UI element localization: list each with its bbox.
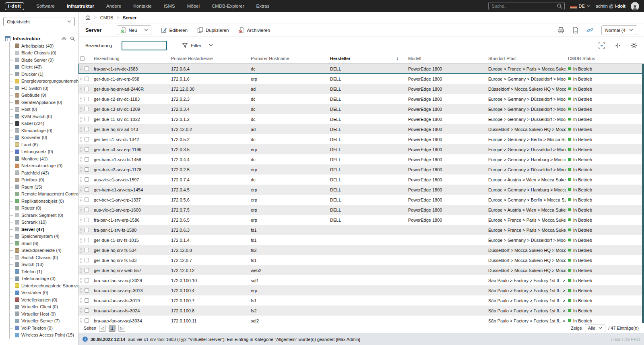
row-checkbox[interactable] xyxy=(85,288,89,293)
column-header-standort-pfad[interactable]: Standort-Pfad xyxy=(487,56,566,61)
fullscreen-icon[interactable] xyxy=(599,42,605,49)
row-checkbox[interactable] xyxy=(85,87,89,91)
sort-descending-icon[interactable]: ↓ xyxy=(396,56,405,61)
csv-export-icon[interactable]: csv xyxy=(572,27,578,33)
table-row[interactable]: bra-sao-fac-srv-fs-3024172.0.100.8fs2São… xyxy=(78,306,644,316)
column-header-prim-re-hostadresse[interactable]: Primäre Hostadresse xyxy=(169,56,249,61)
column-header-cmdb-status[interactable]: CMDB-Status xyxy=(566,56,644,61)
breadcrumb-cmdb[interactable]: CMDB xyxy=(100,15,113,20)
table-row[interactable]: ger-ham-c1-srv-dc-1458172.0.4.4dcDELLPow… xyxy=(78,154,644,164)
table-row[interactable]: bra-sao-fac-srv-sql-3034172.0.100.11sql2… xyxy=(78,316,644,323)
new-button[interactable]: Neu xyxy=(117,26,140,35)
tree-root[interactable]: Infrastruktur xyxy=(3,36,75,41)
sidebar-item-remote-management-controlle[interactable]: Remote Management Controlle... xyxy=(10,191,75,198)
sidebar-item-client-43[interactable]: Client (43) xyxy=(10,64,75,71)
sidebar-item-virtueller-host-0[interactable]: Virtueller Host (0) xyxy=(10,310,75,318)
search-icon[interactable] xyxy=(557,3,562,9)
settings-gear-icon[interactable] xyxy=(631,42,637,49)
menu-item-kontakte[interactable]: Kontakte xyxy=(133,4,151,8)
sidebar-item-schrank-10[interactable]: Schrank (10) xyxy=(10,219,75,226)
drag-handle[interactable] xyxy=(80,258,83,263)
sidebar-item-host-0[interactable]: Host (0) xyxy=(10,106,75,113)
sidebar-item-land-6[interactable]: Land (6) xyxy=(10,141,75,148)
table-row[interactable]: ger-due-c2-srv-erp-1178172.0.2.5erpDELLP… xyxy=(78,164,644,175)
sidebar-item-energieversorgungsunternehm[interactable]: Energieversorgungsunternehm... xyxy=(10,78,75,85)
sidebar-item-replikationsobjekt-0[interactable]: Replikationsobjekt (0) xyxy=(10,197,75,205)
row-checkbox[interactable] xyxy=(85,107,89,111)
language-selector[interactable]: DE xyxy=(570,4,590,8)
drag-handle[interactable] xyxy=(80,147,83,152)
drag-handle[interactable] xyxy=(80,197,83,202)
search-input[interactable] xyxy=(488,2,565,10)
sidebar-item-monitore-41[interactable]: Monitore (41) xyxy=(10,155,75,162)
table-row[interactable]: ger-ham-c1-srv-erp-1454172.0.4.5erpDELLP… xyxy=(78,185,644,195)
table-row[interactable]: ger-due-hq-srv-fs-533172.12.0.7fs1Düssel… xyxy=(78,255,644,265)
sidebar-item-unterbrechungsfreie-stromver[interactable]: Unterbrechungsfreie Stromver... xyxy=(10,282,75,289)
table-row[interactable]: ger-due-c1-srv-erp-958172.0.1.6erpDELLPo… xyxy=(78,74,644,84)
sidebar-item-konverter-0[interactable]: Konverter (0) xyxy=(10,134,75,141)
next-page-button[interactable]: ▷ xyxy=(118,325,125,332)
column-header-bezeichnung[interactable]: Bezeichnung xyxy=(92,56,169,61)
sidebar-item-kvm-switch-0[interactable]: KVM-Switch (0) xyxy=(10,113,75,120)
table-row[interactable]: ger-due-c1-srv-dc-1022172.0.1.2dcDELLPow… xyxy=(78,114,644,124)
sidebar-item-fc-switch-0[interactable]: FC-Switch (0) xyxy=(10,85,75,92)
sidebar-item-kabel-224[interactable]: Kabel (224) xyxy=(10,120,75,127)
home-icon[interactable] xyxy=(85,15,91,20)
menu-item-cmdb-explorer[interactable]: CMDB-Explorer xyxy=(212,4,244,8)
row-checkbox[interactable] xyxy=(85,137,89,141)
drag-handle[interactable] xyxy=(80,247,83,253)
idoit-logo[interactable]: i-doit xyxy=(5,2,24,10)
sidebar-item-server-47[interactable]: Server (47) xyxy=(10,226,75,233)
sidebar-item-leitungsnetz-0[interactable]: Leitungsnetz (0) xyxy=(10,148,75,156)
menu-item-infrastruktur[interactable]: Infrastruktur xyxy=(67,4,94,8)
table-row[interactable]: ger-ber-c1-srv-dc-1342172.0.5.2dcDELLPow… xyxy=(78,134,644,144)
row-checkbox[interactable] xyxy=(85,208,89,212)
column-resize-icon[interactable] xyxy=(615,42,621,49)
view-mode-dropdown[interactable]: Normal (4 xyxy=(601,25,637,35)
row-checkbox[interactable] xyxy=(85,258,89,262)
row-checkbox[interactable] xyxy=(85,228,89,232)
table-row[interactable]: ger-due-hq-srv-ad-2446R172.12.0.30adDELL… xyxy=(78,84,644,94)
sidebar-item-telefon-1[interactable]: Telefon (1) xyxy=(10,268,75,275)
sidebar-item-patchfeld-43[interactable]: Patchfeld (43) xyxy=(10,169,75,177)
sidebar-item-switch-13[interactable]: Switch (13) xyxy=(10,261,75,268)
row-checkbox[interactable] xyxy=(85,97,89,101)
row-checkbox[interactable] xyxy=(85,268,89,272)
drag-handle[interactable] xyxy=(80,187,83,192)
sidebar-item-telefonanlage-0[interactable]: Telefonanlage (0) xyxy=(10,275,75,283)
table-row[interactable]: ger-due-c2-srv-dc-1183172.0.2.3dcDELLPow… xyxy=(78,94,644,104)
sidebar-item-virtueller-client-0[interactable]: Virtueller Client (0) xyxy=(10,303,75,311)
archive-button[interactable]: Archivieren xyxy=(239,27,270,33)
table-row[interactable]: aus-vie-c1-srv-dc-1597172.0.7.4dcDELLPow… xyxy=(78,175,644,185)
drag-handle[interactable] xyxy=(80,86,83,91)
sidebar-item-netzersatzanlage-0[interactable]: Netzersatzanlage (0) xyxy=(10,162,75,170)
table-row[interactable]: fra-par-c1-srv-erp-1586172.0.6.5erpDELLP… xyxy=(78,215,644,225)
link-icon[interactable] xyxy=(586,27,593,33)
table-row[interactable]: fra-par-c1-srv-dc-1583172.0.6.4dcDELLPow… xyxy=(78,64,644,74)
table-row[interactable]: ger-due-hq-srv-ad-143172.12.0.2adDELLPow… xyxy=(78,124,644,134)
row-checkbox[interactable] xyxy=(85,278,89,283)
eye-icon[interactable] xyxy=(61,37,67,41)
table-row[interactable]: ger-ber-c1-srv-erp-1337172.0.5.6erpDELLP… xyxy=(78,195,644,205)
sidebar-item-wireless-access-point-15[interactable]: Wireless Access Point (15) xyxy=(10,332,75,339)
table-row[interactable]: ger-due-hq-srv-web-557172.12.0.12web2Düs… xyxy=(78,265,644,275)
sidebar-item-virtueller-server-7[interactable]: Virtueller Server (7) xyxy=(10,318,75,325)
new-dropdown-toggle[interactable] xyxy=(141,26,151,35)
filter-button[interactable]: Filter xyxy=(182,42,213,49)
sidebar-item-drucker-1[interactable]: Drucker (1) xyxy=(10,71,75,78)
table-scrollbar[interactable] xyxy=(642,64,644,323)
designation-filter-input[interactable] xyxy=(122,41,167,50)
table-row[interactable]: bra-sao-fac-srv-fs-3019172.0.100.7fs1São… xyxy=(78,295,644,306)
drag-handle[interactable] xyxy=(80,268,83,273)
drag-handle[interactable] xyxy=(80,207,83,212)
drag-handle[interactable] xyxy=(80,106,83,112)
row-checkbox[interactable] xyxy=(85,67,89,71)
drag-handle[interactable] xyxy=(80,76,83,81)
sidebar-item-klimaanlage-0[interactable]: Klimaanlage (0) xyxy=(10,127,75,134)
drag-handle[interactable] xyxy=(80,237,83,243)
duplicate-button[interactable]: Duplizieren xyxy=(197,27,229,33)
drag-handle[interactable] xyxy=(80,66,83,71)
menu-item-software[interactable]: Software xyxy=(36,4,54,8)
menu-item-extras[interactable]: Extras xyxy=(256,4,270,8)
drag-handle[interactable] xyxy=(80,157,83,162)
